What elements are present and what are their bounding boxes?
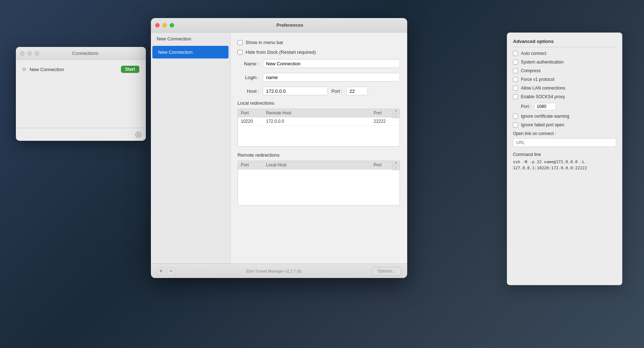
connections-footer [16, 128, 146, 141]
system-auth-option: System authentication [513, 60, 616, 65]
auto-connect-option: Auto connect [513, 51, 616, 56]
preferences-window: Preferences New Connection New Connectio… [151, 18, 407, 278]
cmd-label: Command line [513, 152, 616, 157]
status-dot [22, 68, 26, 71]
pref-close-button[interactable] [155, 23, 160, 27]
connection-name: New Connection [30, 67, 117, 72]
ignore-failed-port-option: Ignore failed port open [513, 122, 616, 127]
preferences-titlebar: Preferences [151, 18, 407, 32]
connections-window: Connections New Connection Start [16, 47, 146, 141]
pref-minimize-button[interactable] [162, 23, 167, 27]
port-input[interactable] [346, 87, 368, 95]
start-button[interactable]: Start [121, 66, 139, 73]
local-host-header: Remote Host [263, 109, 371, 117]
preferences-title: Preferences [177, 22, 403, 28]
local-remote-port-cell: 22222 [371, 117, 400, 125]
host-port-row: Host : Port : [238, 87, 400, 95]
remote-add-remove: + − [392, 161, 400, 170]
login-field-row: Login : [238, 73, 400, 82]
enable-socks-checkbox[interactable] [513, 94, 518, 99]
force-v1-label: Force v1 protocol [521, 77, 554, 82]
socks-port-row: Port : [521, 103, 616, 110]
remote-redirections-label: Remote redirections [238, 152, 400, 158]
local-remove-button[interactable]: − [392, 114, 400, 118]
local-add-remove: + − [392, 109, 400, 118]
auto-connect-checkbox[interactable] [513, 51, 518, 56]
local-port-header: Port [238, 109, 263, 117]
advanced-title: Advanced options [513, 39, 616, 47]
socks-port-input[interactable] [534, 103, 556, 110]
local-port-cell: 10220 [238, 117, 263, 125]
options-button[interactable]: Options... [372, 267, 401, 275]
auto-connect-label: Auto connect [521, 51, 546, 56]
footer-remove-button[interactable]: − [167, 267, 175, 275]
system-auth-checkbox[interactable] [513, 60, 518, 65]
socks-port-label: Port : [521, 104, 531, 109]
connections-title: Connections [29, 51, 142, 56]
svg-point-0 [138, 134, 139, 135]
connection-row: New Connection Start [19, 64, 142, 75]
local-add-button[interactable]: + [392, 109, 400, 114]
port-label: Port : [331, 88, 343, 94]
gear-icon[interactable] [135, 131, 142, 138]
cmd-text: ssh -N -p 22 name@172.0.0.0 -L127.0.0.1:… [513, 159, 616, 171]
show-in-menu-bar-checkbox[interactable] [238, 40, 243, 45]
local-table-body: 10220 172.0.0.0 22222 [238, 117, 400, 146]
remote-table-body [238, 169, 400, 205]
local-redirections-label: Local redirections [238, 100, 400, 106]
ignore-failed-port-label: Ignore failed port open [521, 122, 564, 127]
host-input[interactable] [263, 87, 328, 95]
compress-label: Compress [521, 68, 541, 73]
remote-remove-button[interactable]: − [392, 166, 400, 170]
remote-host-header: Local Host [263, 161, 371, 169]
compress-checkbox[interactable] [513, 68, 518, 73]
name-input[interactable] [263, 59, 400, 68]
url-input[interactable] [513, 138, 616, 147]
remote-add-button[interactable]: + [392, 161, 400, 166]
hide-from-dock-checkbox[interactable] [238, 50, 243, 55]
advanced-options-panel: Advanced options Auto connect System aut… [507, 32, 622, 285]
open-link-label: Open link on connect : [513, 131, 616, 136]
remote-table-header: Port Local Host Port + − [238, 161, 400, 169]
remote-port-header: Port [238, 161, 263, 169]
show-in-menu-bar-row: Show in menu bar [238, 40, 400, 45]
force-v1-checkbox[interactable] [513, 77, 518, 82]
allow-lan-checkbox[interactable] [513, 86, 518, 91]
footer-add-button[interactable]: + [157, 267, 165, 275]
ignore-cert-checkbox[interactable] [513, 114, 518, 119]
login-input[interactable] [263, 73, 400, 82]
hide-from-dock-row: Hide from Dock (Restart required) [238, 49, 400, 55]
local-redirections-table: Port Remote Host Port + − 10220 172.0.0.… [238, 109, 400, 147]
login-label: Login : [238, 75, 259, 80]
allow-lan-option: Allow LAN connections [513, 86, 616, 91]
system-auth-label: System authentication [521, 60, 564, 65]
allow-lan-label: Allow LAN connections [521, 86, 565, 91]
ignore-cert-option: Ignore certificate warning [513, 114, 616, 119]
preferences-sidebar: New Connection New Connection [151, 32, 230, 264]
sidebar-item-new-connection-1[interactable]: New Connection [151, 32, 230, 45]
hide-from-dock-label: Hide from Dock (Restart required) [245, 49, 316, 55]
connections-body: New Connection Start [16, 60, 146, 79]
name-field-row: Name : [238, 59, 400, 68]
host-label: Host : [238, 88, 259, 94]
ignore-failed-port-checkbox[interactable] [513, 122, 518, 127]
preferences-body: New Connection New Connection Show in me… [151, 32, 407, 264]
enable-socks-option: Enable SOCKS4 proxy [513, 94, 616, 99]
table-row: 10220 172.0.0.0 22222 [238, 117, 400, 126]
ignore-cert-label: Ignore certificate warning [521, 114, 569, 119]
preferences-footer: + − SSH Tunnel Manager v2.2.7 (6) Option… [151, 264, 407, 278]
name-label: Name : [238, 61, 259, 66]
close-button[interactable] [20, 51, 25, 56]
preferences-main: Show in menu bar Hide from Dock (Restart… [230, 32, 407, 264]
footer-add-remove: + − [157, 267, 175, 275]
show-in-menu-bar-label: Show in menu bar [245, 40, 283, 45]
connections-titlebar: Connections [16, 47, 146, 60]
remote-redirections-table: Port Local Host Port + − [238, 161, 400, 206]
force-v1-option: Force v1 protocol [513, 77, 616, 82]
sidebar-item-new-connection-2[interactable]: New Connection [152, 46, 229, 58]
local-table-header: Port Remote Host Port + − [238, 109, 400, 117]
local-host-cell: 172.0.0.0 [263, 117, 371, 125]
footer-version: SSH Tunnel Manager v2.2.7 (6) [175, 269, 372, 273]
pref-maximize-button[interactable] [170, 23, 174, 27]
enable-socks-label: Enable SOCKS4 proxy [521, 94, 565, 99]
